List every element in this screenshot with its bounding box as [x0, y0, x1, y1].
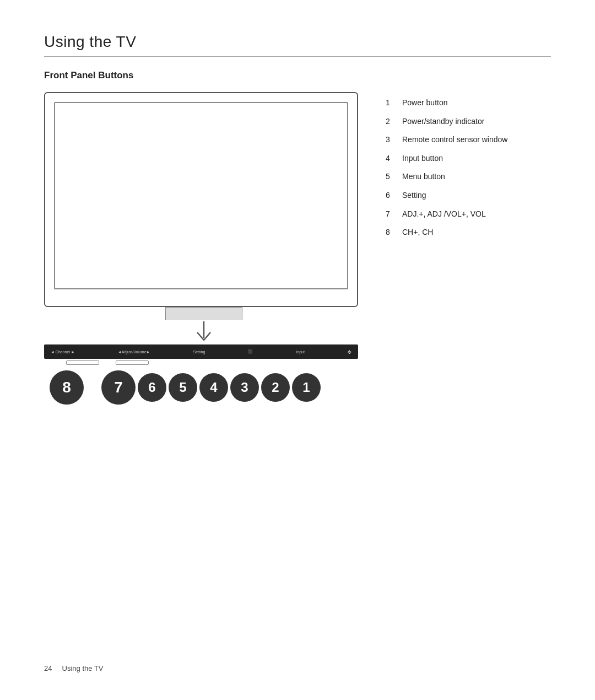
tv-outer-frame: [44, 92, 358, 307]
list-item: 6 Setting: [386, 190, 551, 201]
item-text-2: Power/standby indicator: [402, 116, 484, 127]
page-container: Using the TV Front Panel Buttons ◄ Chann…: [0, 0, 595, 427]
circle-5: 5: [169, 373, 197, 402]
item-text-3: Remote control sensor window: [402, 134, 507, 146]
item-num-6: 6: [386, 190, 396, 201]
tv-bottom-bar: [54, 294, 348, 299]
tv-feet-row: [44, 360, 364, 365]
content-area: ◄ Channel ► ◄Adjust/Volume► Setting ⬛ In…: [44, 92, 551, 405]
section-divider: [44, 56, 551, 57]
item-num-4: 4: [386, 153, 396, 164]
item-num-3: 3: [386, 134, 396, 146]
item-num-8: 8: [386, 227, 396, 238]
item-text-1: Power button: [402, 98, 448, 109]
circle-3: 3: [230, 373, 259, 402]
list-item: 1 Power button: [386, 98, 551, 109]
tv-diagram: ◄ Channel ► ◄Adjust/Volume► Setting ⬛ In…: [44, 92, 364, 405]
circles-row: 8 7 6 5 4 3 2 1: [44, 370, 364, 405]
item-text-8: CH+, CH: [402, 227, 433, 238]
list-item: 3 Remote control sensor window: [386, 134, 551, 146]
list-item: 4 Input button: [386, 153, 551, 164]
base-label-channel: ◄ Channel ►: [51, 350, 75, 354]
tv-foot-left: [66, 360, 99, 365]
tv-foot-right: [116, 360, 149, 365]
item-text-7: ADJ.+, ADJ /VOL+, VOL: [402, 209, 486, 220]
section-title: Front Panel Buttons: [44, 70, 551, 81]
footer-page-num: 24: [44, 664, 52, 672]
base-label-volume: ◄Adjust/Volume►: [118, 350, 150, 354]
footer-label: Using the TV: [62, 664, 104, 672]
circle-7: 7: [101, 370, 136, 405]
circle-1: 1: [292, 373, 321, 402]
base-label-input: Input: [296, 350, 305, 354]
list-item: 2 Power/standby indicator: [386, 116, 551, 127]
item-num-1: 1: [386, 98, 396, 109]
circle-4: 4: [199, 373, 228, 402]
tv-base-strip: ◄ Channel ► ◄Adjust/Volume► Setting ⬛ In…: [44, 344, 358, 359]
circle-8: 8: [50, 370, 84, 405]
item-text-6: Setting: [402, 190, 426, 201]
item-num-2: 2: [386, 116, 396, 127]
arrow-down: [44, 321, 364, 343]
base-label-input-icon: ⬛: [248, 349, 253, 354]
base-label-power: ⏻: [348, 350, 351, 354]
page-footer: 24 Using the TV: [44, 664, 103, 672]
item-text-5: Menu button: [402, 171, 445, 182]
tv-stand-connector: [165, 307, 242, 320]
tv-screen: [54, 102, 348, 289]
list-item: 7 ADJ.+, ADJ /VOL+, VOL: [386, 209, 551, 220]
item-text-4: Input button: [402, 153, 443, 164]
items-list: 1 Power button 2 Power/standby indicator…: [386, 92, 551, 405]
list-item: 8 CH+, CH: [386, 227, 551, 238]
page-title: Using the TV: [44, 33, 551, 51]
item-num-7: 7: [386, 209, 396, 220]
circle-6: 6: [138, 373, 166, 402]
item-num-5: 5: [386, 171, 396, 182]
base-label-setting: Setting: [193, 350, 205, 354]
circle-2: 2: [261, 373, 290, 402]
list-item: 5 Menu button: [386, 171, 551, 182]
